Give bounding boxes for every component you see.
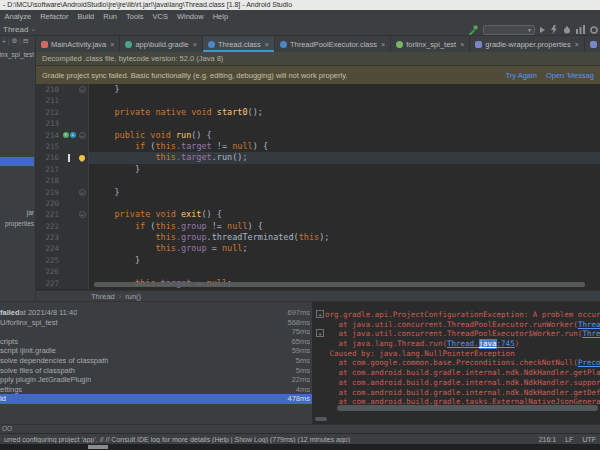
console-scrollbar-corner[interactable]	[315, 417, 327, 421]
close-icon[interactable]: ×	[460, 41, 464, 48]
gutter-spacer	[316, 358, 324, 366]
tab-forlinx-spi-test[interactable]: forlinx_spi_test×	[391, 36, 470, 52]
build-row-label: U/forlinx_spi_test	[0, 318, 58, 328]
editor-line[interactable]: 218	[36, 175, 600, 186]
run-icon[interactable]	[540, 27, 545, 33]
tab-gradle-wrapper.properties[interactable]: gradle-wrapper.properties×	[470, 36, 585, 52]
expand-icon[interactable]: +	[316, 329, 324, 337]
code-editor[interactable]: 210− }211212 private native void start0(…	[36, 84, 600, 290]
file-encoding[interactable]: UTF	[582, 436, 596, 443]
properties-file-icon	[590, 41, 597, 48]
editor-line[interactable]: 216 this.target.run();	[36, 152, 600, 163]
build-tree-row[interactable]: ettings4ms	[0, 385, 312, 395]
editor-line[interactable]: 225 }	[36, 255, 600, 266]
plus-icon[interactable]: +	[2, 38, 6, 45]
menu-run[interactable]: Run	[99, 12, 122, 21]
apply-changes-icon[interactable]	[550, 25, 558, 34]
editor-line[interactable]: 223 this.group.threadTerminated(this);	[36, 232, 600, 243]
scrollbar-thumb[interactable]	[94, 282, 585, 287]
attach-debugger-icon[interactable]	[590, 26, 598, 34]
project-tree-item[interactable]: properties	[0, 219, 34, 228]
editor-line[interactable]: 226	[36, 266, 600, 277]
fold-column	[76, 107, 89, 118]
editor-hscrollbar[interactable]	[94, 282, 595, 287]
menu-window[interactable]: Window	[172, 12, 208, 21]
menu-build[interactable]: Build	[73, 12, 99, 21]
editor-line[interactable]: 212 private native void start0();	[36, 107, 600, 118]
menu-tools[interactable]: Tools	[122, 12, 149, 21]
build-tree-row[interactable]: failed at 2021/4/8 11:40697ms	[0, 308, 312, 318]
editor-line[interactable]: 211	[36, 95, 600, 106]
tab-thread.class[interactable]: Thread.class×	[203, 36, 275, 52]
divider: |	[19, 38, 21, 45]
build-console[interactable]: +org.gradle.api.ProjectConfigurationExce…	[313, 302, 600, 424]
run-config-dropdown[interactable]: ▼	[483, 25, 535, 35]
close-icon[interactable]: ×	[381, 41, 385, 48]
menu-help[interactable]: Help	[208, 12, 232, 21]
line-ending[interactable]: LF	[565, 436, 573, 443]
editor-line[interactable]: 222 if (this.group != null) {	[36, 221, 600, 232]
editor-line[interactable]: 224 this.group = null;	[36, 243, 600, 254]
project-tree-item[interactable]: rlinx_spi_test	[0, 50, 34, 59]
project-tree-item[interactable]	[0, 157, 34, 166]
editor-line[interactable]: 217 }	[36, 164, 600, 175]
editor-line[interactable]: 213	[36, 118, 600, 129]
toolwindow-button[interactable]: OO	[2, 425, 12, 432]
caret-position[interactable]: 216:1	[539, 436, 557, 443]
editor-line[interactable]: 219− }	[36, 187, 600, 198]
breadcrumb[interactable]: Thread	[0, 25, 28, 34]
fold-icon[interactable]: −	[79, 132, 86, 139]
stacktrace-link[interactable]: ThreadPoolExecu	[582, 329, 600, 339]
stacktrace-link[interactable]: Preconditions.ja	[578, 358, 600, 368]
build-tree-row[interactable]: solve dependencies of classpath5ms	[0, 356, 312, 366]
fold-icon[interactable]: −	[79, 189, 86, 196]
gear-icon[interactable]: ⚙	[12, 37, 18, 45]
breadcrumb-class[interactable]: Thread	[91, 292, 115, 301]
breadcrumb-method[interactable]: run()	[125, 292, 141, 301]
tab-mainactivity.java[interactable]: MainActivity.java×	[36, 36, 120, 52]
close-icon[interactable]: ×	[575, 41, 579, 48]
stacktrace-link[interactable]: :745	[497, 339, 515, 349]
hide-panel-icon[interactable]: ⊟	[23, 37, 28, 45]
close-icon[interactable]: ×	[110, 41, 114, 48]
open-messages-link[interactable]: Open 'Messag	[546, 71, 594, 80]
stacktrace-link[interactable]: Thread.	[447, 339, 479, 349]
build-tree-row[interactable]: 75ms	[0, 327, 312, 337]
profiler-icon[interactable]	[576, 25, 585, 34]
gradle-sync-icon[interactable]	[468, 25, 478, 35]
code-text: }	[89, 255, 600, 266]
build-tree-row[interactable]: cripts65ms	[0, 337, 312, 347]
build-tree-row[interactable]: pply plugin JetGradlePlugin22ms	[0, 375, 312, 385]
tab-app-build.gradle[interactable]: app\build.gradle×	[120, 36, 202, 52]
menu-vcs[interactable]: VCS	[148, 12, 172, 21]
editor-line[interactable]: 214↑↓− public void run() {	[36, 130, 600, 141]
expand-icon[interactable]: +	[316, 310, 324, 318]
editor-line[interactable]: 220	[36, 198, 600, 209]
menu-refactor[interactable]: Refactor	[36, 12, 73, 21]
build-tree-row[interactable]: script ijinit.gradle59ms	[0, 346, 312, 356]
editor-line[interactable]: 215 if (this.target != null) {	[36, 141, 600, 152]
code-token: public void	[94, 130, 176, 140]
build-tree-row[interactable]: U/forlinx_spi_test568ms	[0, 318, 312, 328]
menu-analyze[interactable]: Analyze	[0, 12, 36, 21]
debug-icon[interactable]	[563, 26, 571, 34]
editor-line[interactable]: 221− private void exit() {	[36, 209, 600, 220]
line-number: 219	[36, 187, 62, 198]
build-tree-row[interactable]: solve files of classpath5ms	[0, 366, 312, 376]
line-number: 218	[36, 175, 62, 186]
project-tree-item[interactable]: jar	[0, 208, 34, 217]
build-tree-row[interactable]: ld478ms	[0, 394, 312, 404]
try-again-link[interactable]: Try Again	[505, 71, 536, 80]
intention-bulb-icon[interactable]	[79, 155, 85, 161]
stacktrace-link[interactable]: ThreadPoolExecut	[578, 320, 600, 330]
fold-icon[interactable]: −	[79, 211, 86, 218]
tab-threadpoolexecutor.class[interactable]: ThreadPoolExecutor.class×	[275, 36, 391, 52]
stacktrace-link[interactable]: java	[479, 339, 497, 349]
overrides-icon[interactable]: ↑	[63, 132, 69, 138]
close-icon[interactable]: ×	[265, 41, 269, 48]
tab-gradle.properties[interactable]: gradle.properties×	[585, 36, 600, 52]
editor-line[interactable]: 210− }	[36, 84, 600, 95]
implemented-icon[interactable]: ↓	[70, 132, 76, 138]
close-icon[interactable]: ×	[193, 41, 197, 48]
fold-icon[interactable]: −	[79, 86, 86, 93]
